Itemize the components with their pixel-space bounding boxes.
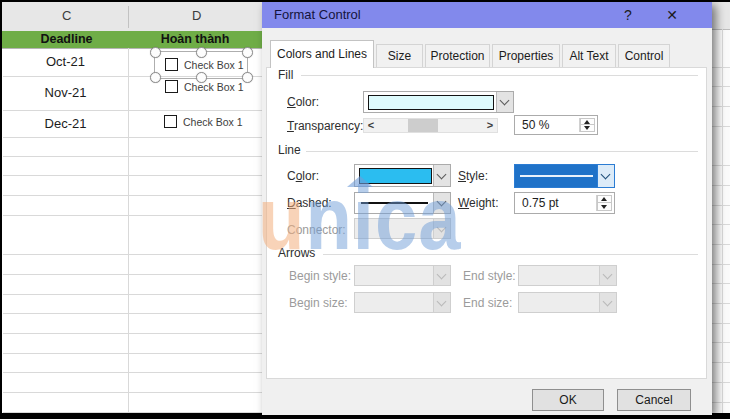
close-icon[interactable]: ✕ [660, 6, 684, 24]
end-size-dropdown [518, 292, 617, 313]
dashed-label: Dashed: [287, 196, 332, 210]
weight-label: Weight: [458, 196, 498, 210]
header-cell-deadline[interactable]: Deadline [5, 32, 128, 46]
end-size-label: End size: [463, 296, 512, 310]
help-button[interactable]: ? [616, 6, 640, 24]
gridline [3, 110, 262, 111]
arrow-up-icon [584, 120, 590, 124]
begin-size-dropdown [354, 292, 451, 313]
transparency-scrollbar[interactable]: < > [363, 118, 498, 133]
ok-button[interactable]: OK [532, 389, 604, 411]
section-rule [323, 254, 698, 255]
selection-handle[interactable] [242, 72, 253, 83]
header-cell-hoan-thanh[interactable]: Hoàn thành [128, 32, 262, 46]
line-color-label: Color: [287, 169, 319, 183]
transparency-spinner[interactable]: 50 % [514, 115, 598, 135]
cancel-button[interactable]: Cancel [617, 389, 691, 411]
arrow-up-icon [601, 197, 607, 201]
checkbox-3-box[interactable] [164, 115, 177, 128]
line-style-dropdown[interactable] [514, 164, 615, 188]
begin-size-label: Begin size: [289, 296, 348, 310]
selection-handle[interactable] [196, 72, 207, 83]
end-style-dropdown [518, 265, 617, 286]
fill-color-swatch [368, 95, 494, 110]
line-style-sample [520, 175, 593, 177]
arrow-down-icon [584, 126, 590, 130]
transparency-label: Transparency: [287, 119, 363, 133]
chevron-down-icon [437, 269, 447, 279]
dialog-titlebar[interactable]: Format Control ? ✕ [262, 2, 712, 28]
dropdown-button [433, 219, 450, 238]
dropdown-button [433, 293, 450, 312]
arrows-section-label: Arrows [276, 246, 317, 260]
line-color-dropdown[interactable] [354, 164, 451, 187]
column-header-c[interactable]: C [62, 8, 71, 23]
checkbox-1-box[interactable] [165, 58, 178, 71]
chevron-down-icon [603, 296, 613, 306]
spin-up-button[interactable] [597, 195, 612, 203]
dropdown-button[interactable] [597, 165, 614, 187]
empty-rows-grid [712, 48, 730, 413]
spin-down-button[interactable] [597, 203, 612, 211]
begin-style-dropdown [354, 265, 451, 286]
fill-color-dropdown[interactable] [363, 91, 514, 113]
dialog-title: Format Control [274, 7, 361, 22]
column-divider [128, 6, 129, 28]
chevron-down-icon [500, 96, 510, 106]
weight-value: 0.75 pt [522, 196, 559, 210]
tab-properties[interactable]: Properties [492, 44, 560, 67]
line-style-label: Style: [458, 169, 488, 183]
cell-oct-21[interactable]: Oct-21 [3, 54, 128, 69]
tab-protection[interactable]: Protection [425, 44, 490, 67]
dropdown-button[interactable] [433, 193, 450, 213]
checkbox-2-box[interactable] [165, 80, 178, 93]
tab-size[interactable]: Size [376, 44, 423, 67]
cell-nov-21[interactable]: Nov-21 [3, 85, 128, 100]
tab-alt-text[interactable]: Alt Text [562, 44, 616, 67]
spin-up-button[interactable] [580, 118, 595, 125]
end-style-label: End style: [463, 269, 516, 283]
cell-dec-21[interactable]: Dec-21 [3, 116, 128, 131]
selection-handle[interactable] [242, 47, 253, 58]
weight-spinner[interactable]: 0.75 pt [514, 192, 615, 214]
dropdown-button[interactable] [496, 92, 513, 112]
spin-buttons [596, 195, 612, 211]
scrollbar-thumb[interactable] [408, 119, 438, 132]
colors-and-lines-panel: Fill Color: Transparency: < > 50 % [266, 67, 707, 379]
arrow-down-icon [601, 205, 607, 209]
line-style-preview [515, 165, 598, 187]
dropdown-button [599, 293, 616, 312]
table-header-row: Deadline Hoàn thành [2, 31, 262, 49]
column-header-row: C D [2, 2, 262, 32]
selection-handle[interactable] [150, 47, 161, 58]
scroll-left-icon[interactable]: < [364, 119, 378, 132]
connector-label: Connector: [287, 223, 346, 237]
empty-rows-grid [3, 137, 262, 413]
window-border-left [0, 0, 2, 419]
section-rule [306, 151, 698, 152]
gridline [128, 48, 129, 413]
tab-colors-and-lines[interactable]: Colors and Lines [270, 40, 374, 68]
spin-down-button[interactable] [580, 125, 595, 132]
line-color-swatch [359, 168, 432, 184]
tab-control[interactable]: Control [618, 44, 670, 67]
selection-handle[interactable] [196, 47, 207, 58]
checkbox-1-label[interactable]: Check Box 1 [184, 59, 244, 71]
connector-dropdown [354, 218, 451, 239]
column-header-d[interactable]: D [192, 8, 201, 23]
dropdown-button [599, 266, 616, 285]
scroll-right-icon[interactable]: > [483, 119, 497, 132]
dropdown-button[interactable] [433, 165, 450, 186]
checkbox-3-label[interactable]: Check Box 1 [183, 116, 243, 128]
screenshot: C D Deadline Hoàn thành Oct-21 Nov-21 De… [0, 0, 730, 419]
selection-handle[interactable] [150, 72, 161, 83]
chevron-down-icon [437, 169, 447, 179]
chevron-down-icon [603, 269, 613, 279]
dashed-dropdown[interactable] [354, 192, 451, 214]
checkbox-2-label[interactable]: Check Box 1 [184, 81, 244, 93]
chevron-down-icon [437, 222, 447, 232]
begin-style-label: Begin style: [289, 269, 351, 283]
fill-section-label: Fill [276, 68, 295, 82]
sheet-right-sliver [712, 2, 730, 413]
format-control-dialog: Format Control ? ✕ Colors and Lines Size… [262, 2, 712, 415]
